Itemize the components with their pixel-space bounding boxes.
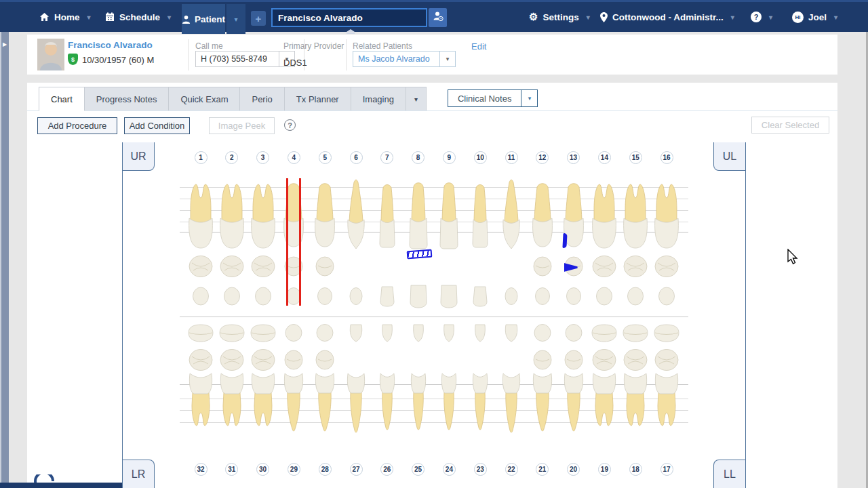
tooth-column-12[interactable] (527, 178, 558, 310)
tooth-number-8[interactable]: 8 (412, 151, 425, 164)
tab-chart[interactable]: Chart (39, 87, 85, 111)
tooth-number-32[interactable]: 32 (195, 463, 208, 476)
tooth-number-28[interactable]: 28 (319, 463, 332, 476)
tooth-column-2[interactable] (216, 178, 248, 310)
add-condition-button[interactable]: Add Condition (124, 117, 190, 134)
nav-patient-active-tab[interactable]: Patient (182, 4, 225, 34)
tooth-column-14[interactable] (589, 178, 620, 310)
tooth-20-facial-view (558, 371, 589, 434)
tooth-column-23[interactable] (465, 322, 496, 434)
tooth-number-29[interactable]: 29 (288, 463, 300, 476)
tab-tx-planner[interactable]: Tx Planner (284, 87, 351, 110)
tooth-column-5[interactable] (309, 178, 340, 310)
tooth-number-24[interactable]: 24 (443, 463, 456, 476)
tooth-number-5[interactable]: 5 (319, 151, 332, 164)
tooth-number-4[interactable]: 4 (288, 151, 300, 164)
tab-quick-exam[interactable]: Quick Exam (168, 87, 240, 110)
nav-schedule[interactable]: Schedule ▾ (105, 2, 171, 32)
tooth-column-21[interactable] (527, 322, 558, 434)
add-procedure-button[interactable]: Add Procedure (37, 117, 117, 134)
tooth-number-6[interactable]: 6 (350, 151, 363, 164)
tooth-column-26[interactable] (372, 322, 403, 434)
edit-patient-link[interactable]: Edit (471, 41, 486, 52)
tooth-number-27[interactable]: 27 (350, 463, 363, 476)
tooth-number-1[interactable]: 1 (195, 151, 208, 164)
collapsed-side-panel[interactable]: ▶ (0, 32, 9, 483)
tooth-11-lingual-view (496, 283, 527, 309)
image-peek-button[interactable]: Image Peek (209, 117, 275, 134)
tooth-column-13[interactable] (558, 178, 589, 310)
tooth-column-20[interactable] (558, 322, 589, 434)
tab-perio[interactable]: Perio (239, 87, 284, 110)
search-expander-icon[interactable] (347, 29, 355, 32)
nav-location-label: Cottonwood - Administr... (612, 12, 724, 22)
tooth-number-3[interactable]: 3 (256, 151, 269, 164)
tooth-number-19[interactable]: 19 (598, 463, 611, 476)
nav-settings[interactable]: ⚙ Settings ▾ (529, 2, 590, 32)
tooth-number-13[interactable]: 13 (567, 151, 580, 164)
tooth-column-19[interactable] (589, 322, 620, 434)
tooth-number-15[interactable]: 15 (629, 151, 642, 164)
tooth-27-lingual-view (340, 322, 372, 344)
clear-selected-button[interactable]: Clear Selected (751, 117, 829, 134)
tooth-column-15[interactable] (620, 178, 651, 310)
tooth-column-10[interactable] (465, 178, 496, 310)
tooth-column-11[interactable] (496, 178, 527, 310)
tooth-column-18[interactable] (620, 322, 651, 434)
tooth-number-9[interactable]: 9 (443, 151, 456, 164)
tooth-column-25[interactable] (403, 322, 434, 434)
patient-name-link[interactable]: Francisco Alvarado (68, 40, 153, 50)
patient-search-input[interactable] (273, 9, 437, 26)
nav-help[interactable]: ? ▾ (751, 2, 772, 32)
add-patient-button[interactable]: + (251, 11, 266, 26)
tooth-column-28[interactable] (309, 322, 340, 434)
nav-home[interactable]: Home ▾ (39, 2, 91, 32)
recent-patients-button[interactable] (429, 8, 447, 27)
tooth-column-6[interactable] (340, 178, 372, 310)
tooth-number-18[interactable]: 18 (629, 463, 642, 476)
call-me-select[interactable]: H (703) 555-8749 ▾ (195, 51, 295, 67)
tooth-number-22[interactable]: 22 (505, 463, 518, 476)
patient-photo[interactable] (37, 39, 64, 70)
tooth-column-3[interactable] (248, 178, 279, 310)
tab-progress-notes[interactable]: Progress Notes (84, 87, 170, 110)
clinical-notes-button[interactable]: Clinical Notes ▾ (448, 89, 538, 107)
tooth-number-25[interactable]: 25 (412, 463, 425, 476)
tooth-column-31[interactable] (216, 322, 248, 434)
tooth-column-22[interactable] (496, 322, 527, 434)
tab-imaging[interactable]: Imaging (351, 87, 406, 110)
tooth-30-occlusal-view (248, 348, 279, 372)
tooth-column-1[interactable] (185, 178, 216, 310)
gear-icon: ⚙ (529, 11, 538, 23)
tooth-column-29[interactable] (278, 322, 309, 434)
tooth-column-27[interactable] (340, 322, 372, 434)
tooth-5-facial-view (309, 178, 340, 253)
tooth-column-16[interactable] (651, 178, 682, 310)
tooth-number-30[interactable]: 30 (256, 463, 269, 476)
billing-shield-icon[interactable]: $ (68, 54, 78, 65)
tooth-column-30[interactable] (248, 322, 279, 434)
tooth-28-facial-view (309, 371, 340, 434)
tooth-column-17[interactable] (651, 322, 682, 434)
related-patients-select[interactable]: Ms Jacob Alvarado ▾ (353, 51, 456, 67)
tooth-column-24[interactable] (433, 322, 465, 434)
tab-overflow-caret[interactable]: ▾ (406, 87, 427, 110)
nav-patient-menu-caret[interactable]: ▾ (226, 4, 245, 34)
tooth-column-7[interactable] (372, 178, 403, 310)
tooth-column-4[interactable] (278, 178, 309, 310)
tooth-number-11[interactable]: 11 (505, 151, 518, 164)
tooth-number-20[interactable]: 20 (567, 463, 580, 476)
tooth-number-16[interactable]: 16 (660, 151, 673, 164)
tooth-number-10[interactable]: 10 (474, 151, 487, 164)
chart-help-icon[interactable]: ? (284, 119, 296, 131)
nav-user[interactable]: Hi Joel ▾ (792, 2, 837, 32)
tooth-number-17[interactable]: 17 (660, 463, 673, 476)
tooth-number-23[interactable]: 23 (474, 463, 487, 476)
tooth-column-9[interactable] (433, 178, 465, 310)
nav-location[interactable]: Cottonwood - Administr... ▾ (600, 2, 734, 32)
tooth-column-32[interactable] (185, 322, 216, 434)
tooth-number-14[interactable]: 14 (598, 151, 611, 164)
tooth-column-8[interactable] (403, 178, 434, 310)
tooth-20-lingual-view (558, 322, 589, 344)
tooth-16-occlusal-view (651, 254, 682, 279)
